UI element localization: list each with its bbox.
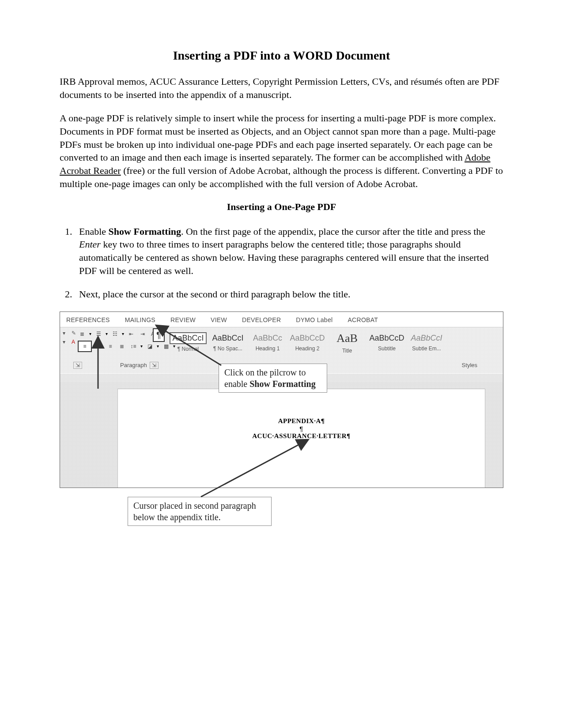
- shading-icon[interactable]: ◪: [145, 342, 154, 350]
- intro2-part-a: A one-page PDF is relatively simple to i…: [60, 113, 496, 163]
- dropdown-icon[interactable]: ▾: [63, 330, 69, 336]
- tab-dymo[interactable]: DYMO Label: [296, 316, 333, 323]
- step1-italic: Enter: [79, 239, 101, 250]
- tab-mailings[interactable]: MAILINGS: [125, 316, 155, 323]
- intro2-part-b: (free) or the full version of Adobe Acro…: [60, 165, 503, 189]
- step1-text-b: . On the first page of the appendix, pla…: [181, 226, 485, 237]
- style-sample: AaBbCc: [251, 333, 284, 344]
- justify-icon[interactable]: ≣: [117, 342, 126, 350]
- decrease-indent-icon[interactable]: ⇤: [127, 330, 136, 338]
- style-subtitle[interactable]: AaBbCcD Subtitle: [367, 333, 406, 352]
- bullets-icon[interactable]: ≣: [78, 330, 87, 338]
- tab-review[interactable]: REVIEW: [170, 316, 196, 323]
- ribbon-tabs: REFERENCES MAILINGS REVIEW VIEW DEVELOPE…: [60, 312, 503, 327]
- arrow-to-align-icon: [91, 342, 105, 391]
- step1-text-c: key two to three times to insert paragra…: [79, 239, 489, 276]
- step1-bold: Show Formatting: [109, 226, 181, 237]
- styles-group-label: Styles: [462, 362, 477, 368]
- word-screenshot: REFERENCES MAILINGS REVIEW VIEW DEVELOPE…: [60, 311, 503, 541]
- style-label: Subtitle: [378, 345, 396, 352]
- page-title: Inserting a PDF into a WORD Document: [60, 49, 503, 63]
- style-title[interactable]: AaB Title: [328, 331, 367, 354]
- tab-references[interactable]: REFERENCES: [66, 316, 110, 323]
- section-subhead: Inserting a One-Page PDF: [60, 201, 503, 213]
- callout1-bold: Show Formatting: [249, 379, 315, 389]
- steps-list: Enable Show Formatting. On the first pag…: [60, 225, 503, 301]
- tab-acrobat[interactable]: ACROBAT: [348, 316, 378, 323]
- format-painter-icon[interactable]: ✎: [72, 330, 78, 336]
- chevron-down-icon[interactable]: ▾: [106, 331, 108, 336]
- style-label: Title: [342, 348, 352, 354]
- svg-line-0: [164, 330, 221, 365]
- font-color-icon[interactable]: A: [72, 339, 78, 345]
- intro-paragraph-2: A one-page PDF is relatively simple to i…: [60, 112, 503, 190]
- style-sample: AaBbCcI: [408, 333, 444, 344]
- align-left-icon[interactable]: ≡: [78, 341, 92, 352]
- dropdown-icon[interactable]: ▾: [63, 339, 69, 345]
- callout-pilcrow: Click on the pilcrow to enable Show Form…: [219, 364, 327, 393]
- style-label: Heading 2: [295, 345, 320, 352]
- arrow-to-pilcrow-icon: [159, 325, 230, 369]
- style-heading1[interactable]: AaBbCc Heading 1: [248, 333, 287, 352]
- style-label: Heading 1: [256, 345, 280, 352]
- tab-view[interactable]: VIEW: [211, 316, 227, 323]
- step1-text-a: Enable: [79, 226, 109, 237]
- step-2: Next, place the cursor at the second or …: [75, 288, 503, 301]
- style-subtle-emphasis[interactable]: AaBbCcI Subtle Em...: [407, 333, 446, 352]
- svg-line-2: [201, 444, 300, 497]
- font-group-launcher[interactable]: ⇲: [71, 362, 82, 368]
- line-spacing-icon[interactable]: ↕≡: [129, 342, 138, 350]
- style-sample: AaBbCcD: [367, 333, 406, 344]
- style-sample: AaB: [334, 331, 360, 346]
- align-right-icon[interactable]: ≡: [106, 342, 115, 350]
- style-label: Subtle Em...: [412, 345, 441, 352]
- step-1: Enable Show Formatting. On the first pag…: [75, 225, 503, 278]
- increase-indent-icon[interactable]: ⇥: [138, 330, 147, 338]
- appendix-title-line: APPENDIX·A¶: [118, 417, 485, 425]
- style-heading2[interactable]: AaBbCcD Heading 2: [288, 333, 327, 352]
- chevron-down-icon[interactable]: ▾: [157, 344, 159, 349]
- paragraph-launcher-icon[interactable]: ⇲: [150, 362, 159, 369]
- multilevel-list-icon[interactable]: ☷: [110, 330, 119, 338]
- chevron-down-icon[interactable]: ▾: [122, 331, 124, 336]
- numbering-icon[interactable]: ☰: [94, 330, 103, 338]
- appendix-subtitle-line: ACUC·ASSURANCE·LETTER¶: [118, 432, 485, 440]
- arrow-to-cursor-icon: [192, 439, 307, 501]
- paragraph-mark: ¶: [118, 425, 485, 432]
- chevron-down-icon[interactable]: ▾: [89, 331, 91, 336]
- chevron-down-icon[interactable]: ▾: [140, 344, 143, 349]
- tab-developer[interactable]: DEVELOPER: [242, 316, 281, 323]
- style-sample: AaBbCcD: [287, 333, 327, 344]
- paragraph-group-label: Paragraph⇲: [120, 362, 159, 368]
- intro-paragraph-1: IRB Approval memos, ACUC Assurance Lette…: [60, 75, 503, 101]
